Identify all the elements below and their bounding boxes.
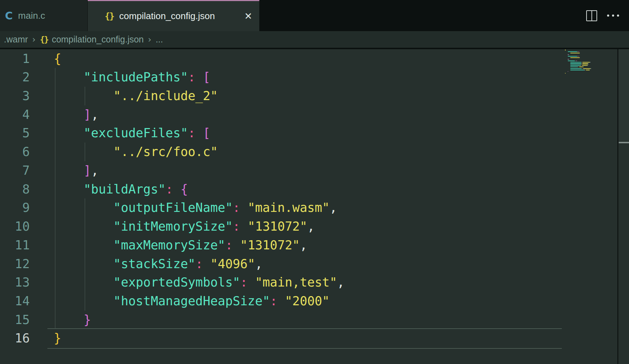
minimap-line (570, 63, 581, 64)
line-number: 2 (0, 68, 30, 87)
minimap-line (578, 56, 579, 57)
minimap-line (582, 63, 588, 64)
json-braces-icon: {} (105, 11, 114, 21)
minimap-line (577, 51, 578, 52)
minimap-line (569, 54, 569, 55)
minimap-line (590, 68, 591, 69)
minimap-line (579, 67, 583, 67)
code-line[interactable]: "hostManagedHeapSize": "2000" (54, 292, 330, 311)
editor-pane[interactable]: 12345678910111213141516 { "includePaths"… (0, 49, 629, 364)
code-line[interactable]: "buildArgs": { (54, 180, 188, 199)
line-number: 1 (0, 50, 30, 68)
minimap-line (565, 73, 566, 74)
minimap-line (581, 63, 582, 64)
minimap-line (582, 68, 583, 69)
line-number: 14 (0, 292, 30, 311)
close-icon[interactable]: ✕ (244, 11, 252, 21)
line-number: 10 (0, 217, 30, 236)
minimap-line (570, 67, 578, 67)
minimap-line (575, 60, 576, 61)
code-line[interactable]: ], (54, 105, 98, 124)
line-number: 16 (0, 329, 30, 348)
line-number: 13 (0, 273, 30, 292)
more-actions-icon[interactable] (607, 15, 619, 17)
code-line[interactable]: ], (54, 161, 98, 180)
minimap-line (568, 60, 575, 61)
minimap-line (577, 56, 578, 57)
c-file-icon: C (5, 10, 13, 22)
minimap-border (617, 49, 618, 364)
split-editor-icon[interactable] (586, 10, 597, 21)
minimap-line (590, 62, 590, 63)
code-line[interactable]: "maxMemorySize": "131072", (54, 236, 307, 255)
minimap-line (570, 65, 581, 66)
code-line[interactable]: "excludeFiles": [ (54, 124, 210, 143)
line-number: 12 (0, 255, 30, 273)
json-braces-icon: {} (40, 35, 48, 44)
code-line[interactable]: "../include_2" (54, 87, 218, 105)
breadcrumb: .wamr › {} compilation_config.json › ... (0, 31, 629, 48)
code-line[interactable]: "../src/foo.c" (54, 143, 218, 161)
line-number: 15 (0, 311, 30, 329)
minimap-line (568, 71, 569, 72)
minimap-line (570, 70, 584, 70)
tab-label: main.c (18, 10, 45, 21)
tab-main-c[interactable]: C main.c (0, 0, 87, 31)
minimap-line (578, 67, 578, 67)
minimap-line (570, 68, 582, 69)
minimap-line (587, 65, 588, 66)
line-number: 5 (0, 124, 30, 143)
code-line[interactable]: { (54, 50, 61, 68)
line-number: 7 (0, 161, 30, 180)
minimap-line (568, 56, 577, 57)
code-line[interactable]: } (54, 329, 61, 348)
line-number: 11 (0, 236, 30, 255)
minimap-line (584, 70, 585, 70)
chevron-right-icon: › (32, 35, 36, 45)
line-number: 3 (0, 87, 30, 105)
tab-compilation-config-json[interactable]: {} compilation_config.json ✕ (88, 0, 259, 31)
breadcrumb-item-wamr[interactable]: .wamr (4, 34, 28, 45)
minimap-line (570, 62, 581, 63)
minimap-line (583, 68, 590, 69)
minimap-line (570, 53, 580, 53)
minimap-line (581, 62, 582, 63)
chevron-right-icon: › (148, 35, 151, 45)
current-line-border (47, 328, 562, 349)
line-number: 4 (0, 105, 30, 124)
minimap-line (588, 63, 589, 64)
minimap-line (582, 62, 590, 63)
scrollbar-slider[interactable] (619, 49, 629, 142)
code-line[interactable]: } (54, 311, 91, 329)
minimap-line (582, 65, 587, 66)
code-line[interactable]: "includePaths": [ (54, 68, 210, 87)
code-line[interactable]: "stackSize": "4096", (54, 255, 262, 273)
line-number: 6 (0, 143, 30, 161)
minimap-line (576, 60, 577, 61)
code-line[interactable]: "exportedSymbols": "main,test", (54, 273, 345, 292)
code-line[interactable]: "outputFileName": "main.wasm", (54, 198, 337, 217)
minimap-line (578, 51, 579, 52)
minimap-line (581, 65, 581, 66)
minimap-line (568, 51, 577, 52)
tab-bar: C main.c {} compilation_config.json ✕ (0, 0, 629, 31)
minimap-line (586, 70, 590, 70)
minimap-line (570, 57, 580, 58)
line-number: 9 (0, 198, 30, 217)
breadcrumb-ellipsis[interactable]: ... (156, 34, 163, 45)
code-line[interactable]: "initMemorySize": "131072", (54, 217, 315, 236)
breadcrumb-item-file[interactable]: compilation_config.json (52, 34, 144, 45)
scrollbar-mark (619, 142, 629, 143)
editor-actions (586, 0, 619, 31)
line-number: 8 (0, 180, 30, 199)
minimap-line (583, 67, 584, 67)
minimap-line (569, 59, 569, 59)
minimap-line (565, 50, 566, 50)
tab-label: compilation_config.json (119, 11, 215, 22)
